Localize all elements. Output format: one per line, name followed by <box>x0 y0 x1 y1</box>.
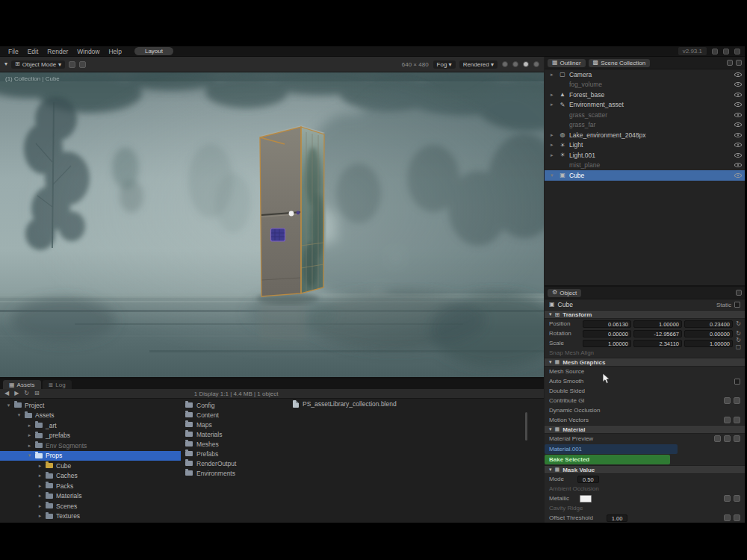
property-row[interactable]: ▾ ▦ Contribute GI <box>545 396 745 405</box>
x-value-field[interactable]: 0.00000 <box>583 330 631 337</box>
expand-arrow-icon[interactable]: ▸ <box>551 72 556 78</box>
visibility-eye-icon[interactable] <box>734 113 742 117</box>
x-value-field[interactable]: 1.00000 <box>583 340 631 347</box>
forward-icon[interactable]: ▶ <box>14 391 19 396</box>
tree-row[interactable]: ▸ _art <box>0 420 181 431</box>
object-name-value[interactable]: Cube <box>558 301 573 308</box>
snap-icon[interactable] <box>69 61 75 68</box>
window-menu-icon[interactable] <box>734 49 740 55</box>
viewport-overlay-toggle[interactable]: Rendered ▾ <box>459 60 498 69</box>
y-value-field[interactable]: -12.95667 <box>633 330 682 337</box>
scrollbar[interactable] <box>525 412 527 441</box>
expand-arrow-icon[interactable]: ▸ <box>551 132 556 138</box>
property-row[interactable]: ▾ ▦ Snap Mesh Align <box>545 348 745 358</box>
x-value-field[interactable]: 0.06130 <box>583 320 631 328</box>
tree-row[interactable]: ▸ Scenes <box>0 501 181 511</box>
expand-arrow-icon[interactable]: ▾ <box>551 172 556 178</box>
keyframe-icon[interactable] <box>724 397 731 404</box>
back-icon[interactable]: ◀ <box>4 391 9 396</box>
reset-icon[interactable] <box>734 417 740 423</box>
tree-row[interactable]: ▾ Props <box>0 451 181 461</box>
asset-tab[interactable]: ▦ Assets <box>3 380 41 389</box>
workspace-tab[interactable]: Layout <box>134 47 173 55</box>
static-checkbox[interactable] <box>734 302 740 308</box>
property-row[interactable]: ▾ ▦ Motion Vectors <box>545 415 745 425</box>
outliner-row[interactable]: grass_scatter <box>545 110 745 120</box>
property-row[interactable]: ▾ ▦ Cavity Ridge <box>545 503 745 513</box>
expand-arrow-icon[interactable]: ▸ <box>37 503 43 509</box>
mode-dropdown[interactable]: ⊞ Object Mode ▾ <box>11 60 65 69</box>
keyframe-icon[interactable] <box>714 435 721 442</box>
visibility-eye-icon[interactable] <box>734 102 742 107</box>
keyframe-icon[interactable] <box>724 417 731 423</box>
expand-arrow-icon[interactable]: ▸ <box>37 493 43 499</box>
expand-arrow-icon[interactable]: ▾ <box>16 412 22 418</box>
folder-list-item[interactable]: Maps <box>185 420 263 429</box>
tree-row[interactable]: ▸ Packs <box>0 481 181 491</box>
reset-icon[interactable] <box>734 514 740 521</box>
transform-section-header[interactable]: ▾ ⊞ Transform <box>545 310 745 319</box>
outliner-row[interactable]: ▸ ✎ Environment_asset <box>545 100 745 111</box>
property-row[interactable]: ▾ ▦ Double Sided <box>545 386 745 396</box>
z-value-field[interactable]: 0.00000 <box>684 330 733 337</box>
outliner-row[interactable]: ▸ ☀ Light.001 <box>545 150 745 161</box>
filter-icon[interactable] <box>727 60 733 66</box>
expand-arrow-icon[interactable]: ▸ <box>37 513 43 519</box>
z-value-field[interactable]: 0.23400 <box>684 320 733 328</box>
reset-icon[interactable] <box>734 397 740 404</box>
editor-tab-outliner[interactable]: ▦ Outliner <box>548 59 586 67</box>
outliner-row[interactable]: ▸ ▲ Forest_base <box>545 90 745 100</box>
expand-arrow-icon[interactable]: ▸ <box>37 473 43 479</box>
menu-item[interactable]: Render <box>43 47 72 56</box>
y-value-field[interactable]: 2.34110 <box>633 340 682 347</box>
property-value-field[interactable]: 1.00 <box>607 514 628 522</box>
search-icon[interactable] <box>736 60 742 66</box>
folder-list-item[interactable]: RenderOutput <box>185 458 263 468</box>
expand-arrow-icon[interactable]: ▸ <box>27 443 32 449</box>
extensions-icon[interactable] <box>723 49 729 55</box>
outliner-row[interactable]: fog_volume <box>545 80 745 90</box>
tree-row[interactable]: ▸ Materials <box>0 491 181 502</box>
outliner-row[interactable]: ▾ ▣ Cube <box>545 170 745 181</box>
reset-icon[interactable] <box>734 495 740 502</box>
outliner-row[interactable]: ▸ ▢ Camera <box>545 69 745 80</box>
expand-arrow-icon[interactable]: ▸ <box>551 142 556 148</box>
outliner-row[interactable]: mist_plane <box>545 161 745 171</box>
tree-row[interactable]: ▸ Env Segments <box>0 441 181 451</box>
editor-type-icon[interactable]: ▾ <box>4 61 7 67</box>
view-mode-icon[interactable]: ⊞ <box>34 391 40 396</box>
extra-icon[interactable] <box>734 435 740 442</box>
expand-arrow-icon[interactable]: ▸ <box>551 152 556 158</box>
asset-tab[interactable]: ≣ Log <box>43 380 72 389</box>
property-row[interactable]: ▾ ▦ Dynamic Occlusion <box>545 405 745 415</box>
menu-item[interactable]: Edit <box>24 47 43 56</box>
pivot-icon[interactable] <box>79 61 86 68</box>
folder-list-item[interactable]: Content <box>185 410 263 420</box>
visibility-eye-icon[interactable] <box>734 122 742 127</box>
y-value-field[interactable]: 1.00000 <box>633 320 682 328</box>
reset-icon[interactable]: ↻ ▢ <box>735 337 742 350</box>
z-value-field[interactable]: 1.00000 <box>684 340 733 347</box>
tree-row[interactable]: ▸ Textures <box>0 511 181 522</box>
visibility-eye-icon[interactable] <box>734 173 742 178</box>
refresh-icon[interactable]: ↻ <box>24 391 29 396</box>
shading-rendered-icon[interactable] <box>533 61 539 67</box>
visibility-eye-icon[interactable] <box>734 93 742 97</box>
folder-list-item[interactable]: Materials <box>185 429 263 439</box>
tree-row[interactable]: ▸ Cube <box>0 461 181 471</box>
property-row[interactable]: ▾ ▦ Material <box>545 425 745 434</box>
property-checkbox[interactable] <box>734 379 740 385</box>
property-row[interactable]: ▾ ▦ Auto Smooth <box>545 376 745 386</box>
visibility-eye-icon[interactable] <box>734 153 742 158</box>
tree-row[interactable]: ▾ Assets <box>0 411 181 421</box>
file-area[interactable]: PS_assetLibrary_collection.blend <box>263 399 544 523</box>
visibility-eye-icon[interactable] <box>734 133 742 137</box>
pin-icon[interactable] <box>736 290 742 296</box>
property-row[interactable]: ▾ ▦ Mesh Source <box>545 367 745 376</box>
property-row[interactable]: ▾ ▦ Offset Threshold 1.00 <box>545 513 745 523</box>
outliner-row[interactable]: ▸ ◍ Lake_environment_2048px <box>545 130 745 140</box>
property-row[interactable]: ▾ ▦ Material Preview <box>545 434 745 444</box>
tree-row[interactable]: ▾ Project <box>0 400 181 411</box>
menu-item[interactable]: Help <box>105 47 125 56</box>
expand-arrow-icon[interactable]: ▾ <box>27 452 32 458</box>
